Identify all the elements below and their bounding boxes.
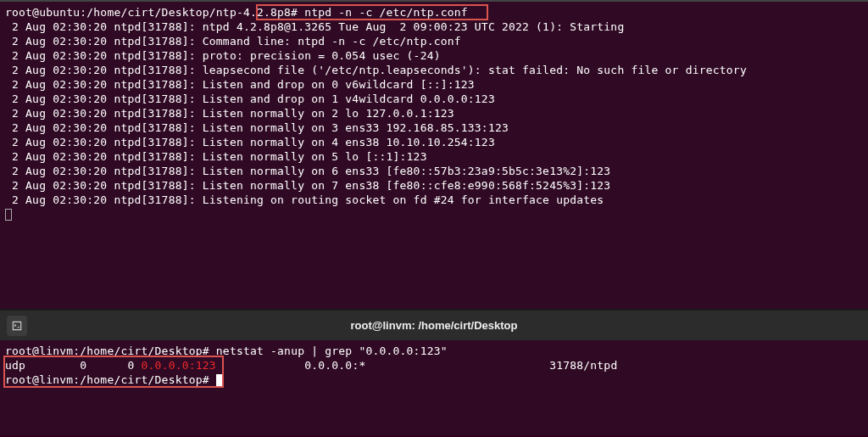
terminal-pane-bottom[interactable]: root@linvm:/home/cirt/Desktop# netstat -… (0, 340, 868, 435)
cursor-icon (5, 209, 12, 221)
terminal-bottom-container: root@linvm: /home/cirt/Desktop root@linv… (0, 310, 868, 435)
output-line: 2 Aug 02:30:20 ntpd[31788]: Listen norma… (5, 120, 863, 135)
netstat-rest: 0.0.0.0:* 31788/ntpd (216, 359, 618, 372)
netstat-proto: udp 0 0 (5, 359, 142, 372)
output-line: 2 Aug 02:30:20 ntpd[31788]: proto: preci… (5, 48, 863, 63)
tab-title: root@linvm: /home/cirt/Desktop (34, 319, 834, 332)
output-line: 2 Aug 02:30:20 ntpd[31788]: Listen norma… (5, 164, 863, 178)
shell-prompt-bottom: root@linvm:/home/cirt/Desktop# (5, 345, 209, 357)
output-line: 2 Aug 02:30:20 ntpd[31788]: ntpd 4.2.8p8… (5, 20, 863, 34)
output-line: 2 Aug 02:30:20 ntpd[31788]: Listen norma… (5, 106, 863, 120)
terminal-tab-icon (11, 320, 23, 332)
output-line: 2 Aug 02:30:20 ntpd[31788]: Listen and d… (5, 77, 863, 92)
netstat-highlight-addr: 0.0.0.0:123 (142, 359, 216, 372)
terminal-pane-top[interactable]: root@ubuntu:/home/cirt/Desktop/ntp-4.2.8… (0, 0, 868, 310)
prompt-line-bottom: root@linvm:/home/cirt/Desktop# netstat -… (5, 344, 863, 358)
prompt-line-bottom-2: root@linvm:/home/cirt/Desktop# (5, 373, 863, 387)
shell-prompt-bottom-2: root@linvm:/home/cirt/Desktop# (5, 373, 209, 386)
netstat-output-line: udp 0 0 0.0.0.0:123 0.0.0.0:* 31788/ntpd (5, 358, 863, 373)
cursor-line (5, 207, 863, 221)
output-line: 2 Aug 02:30:20 ntpd[31788]: Listen norma… (5, 178, 863, 193)
command-text: ntpd -n -c /etc/ntp.conf (298, 6, 468, 19)
new-tab-button[interactable] (7, 316, 27, 336)
output-line: 2 Aug 02:30:20 ntpd[31788]: Listening on… (5, 193, 863, 207)
prompt-line: root@ubuntu:/home/cirt/Desktop/ntp-4.2.8… (5, 5, 863, 20)
cursor-icon (216, 374, 223, 386)
output-line: 2 Aug 02:30:20 ntpd[31788]: Listen norma… (5, 149, 863, 164)
command-text-bottom: netstat -anup | grep "0.0.0.0:123" (209, 345, 448, 357)
output-line: 2 Aug 02:30:20 ntpd[31788]: Command line… (5, 34, 863, 48)
output-line: 2 Aug 02:30:20 ntpd[31788]: leapsecond f… (5, 63, 863, 77)
shell-prompt: root@ubuntu:/home/cirt/Desktop/ntp-4.2.8… (5, 6, 298, 19)
output-line: 2 Aug 02:30:20 ntpd[31788]: Listen norma… (5, 135, 863, 149)
output-line: 2 Aug 02:30:20 ntpd[31788]: Listen and d… (5, 92, 863, 106)
tab-bar: root@linvm: /home/cirt/Desktop (0, 310, 868, 340)
